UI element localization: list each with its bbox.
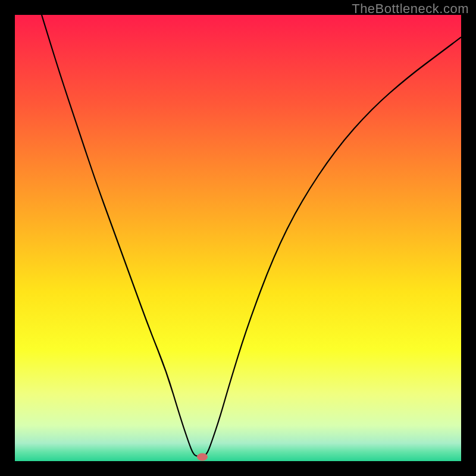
chart-frame: TheBottleneck.com — [0, 0, 476, 476]
watermark-text: TheBottleneck.com — [352, 1, 469, 17]
curve-line — [15, 15, 461, 461]
plot-area — [15, 15, 461, 461]
minimum-marker — [197, 453, 208, 461]
